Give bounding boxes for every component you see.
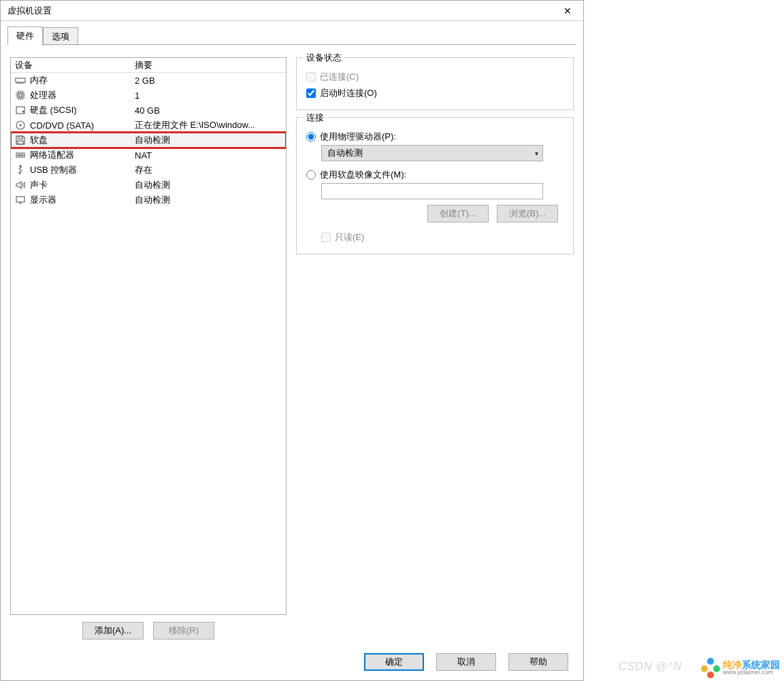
close-button[interactable]: ✕ (552, 1, 583, 21)
hardware-row[interactable]: CD/DVD (SATA)正在使用文件 E:\ISO\window... (11, 118, 286, 133)
device-cell: 处理器 (15, 89, 135, 101)
device-name: 声卡 (30, 179, 48, 191)
hardware-row[interactable]: 软盘自动检测 (11, 133, 286, 148)
device-summary: 自动检测 (135, 194, 282, 206)
brand-name: 纯净系统家园 (723, 660, 780, 669)
hardware-row[interactable]: 内存2 GB (11, 73, 286, 88)
tab-hardware[interactable]: 硬件 (7, 27, 43, 46)
device-cell: 网络适配器 (15, 149, 135, 161)
right-panel: 设备状态 已连接(C) 启动时连接(O) 连接 使用物理驱动器(P): (296, 57, 574, 644)
cpu-icon (15, 90, 26, 101)
device-name: 网络适配器 (30, 149, 74, 161)
floppy-icon (15, 135, 26, 146)
image-path-wrap (321, 183, 564, 199)
ok-button[interactable]: 确定 (364, 653, 424, 671)
device-summary: NAT (135, 150, 282, 161)
browse-button[interactable]: 浏览(B)... (497, 205, 558, 222)
svg-point-12 (22, 154, 23, 156)
connect-at-poweron-checkbox[interactable] (306, 88, 316, 98)
svg-point-6 (20, 124, 22, 127)
use-image-row: 使用软盘映像文件(M): (306, 167, 564, 183)
dialog-footer: 确定 取消 帮助 (1, 646, 583, 680)
hardware-row[interactable]: 显示器自动检测 (11, 193, 286, 207)
hardware-list-header: 设备 摘要 (11, 58, 286, 73)
brand-text: 纯净系统家园 www.yidaimei.com (723, 660, 780, 676)
window-title: 虚拟机设置 (7, 5, 52, 17)
watermark-csdn: CSDN @^N (619, 661, 682, 673)
device-name: 内存 (30, 74, 48, 86)
hardware-row[interactable]: 声卡自动检测 (11, 178, 286, 193)
device-summary: 自动检测 (135, 179, 282, 191)
svg-point-11 (20, 154, 21, 156)
read-only-row: 只读(E) (321, 229, 564, 246)
display-icon (15, 195, 26, 205)
physical-drive-select[interactable]: 自动检测 ▾ (321, 145, 543, 161)
network-icon (15, 150, 26, 161)
memory-icon (15, 75, 26, 86)
brand-name-b: 系统家园 (742, 659, 780, 670)
hardware-row[interactable]: 硬盘 (SCSI)40 GB (11, 103, 286, 118)
close-icon: ✕ (564, 6, 572, 16)
sound-icon (15, 180, 26, 190)
svg-rect-14 (16, 197, 24, 202)
device-status-group: 设备状态 已连接(C) 启动时连接(O) (296, 57, 574, 110)
svg-point-13 (20, 165, 21, 167)
connected-label: 已连接(C) (320, 71, 359, 83)
device-name: 软盘 (30, 134, 48, 146)
device-cell: CD/DVD (SATA) (15, 120, 135, 131)
use-physical-radio[interactable] (306, 132, 316, 142)
tab-options[interactable]: 选项 (43, 27, 78, 46)
physical-drive-value: 自动检测 (327, 147, 363, 159)
device-summary: 正在使用文件 E:\ISO\window... (135, 119, 282, 131)
col-header-summary: 摘要 (135, 59, 282, 71)
add-button[interactable]: 添加(A)... (82, 622, 144, 640)
help-button[interactable]: 帮助 (508, 653, 568, 671)
connect-at-poweron-label: 启动时连接(O) (320, 87, 377, 99)
device-cell: USB 控制器 (15, 164, 135, 176)
connection-group: 连接 使用物理驱动器(P): 自动检测 ▾ 使用软盘映像文件(M): (296, 117, 574, 254)
svg-point-4 (22, 111, 24, 112)
connected-checkbox[interactable] (306, 72, 316, 82)
hardware-list: 设备 摘要 内存2 GB处理器1硬盘 (SCSI)40 GBCD/DVD (SA… (10, 57, 287, 615)
svg-point-10 (18, 154, 19, 156)
connect-at-poweron-row: 启动时连接(O) (306, 85, 564, 101)
hardware-row[interactable]: USB 控制器存在 (11, 163, 286, 178)
read-only-checkbox[interactable] (321, 233, 331, 242)
use-physical-row: 使用物理驱动器(P): (306, 129, 564, 145)
cancel-button[interactable]: 取消 (436, 653, 496, 671)
tab-strip: 硬件 选项 (1, 21, 583, 45)
create-button[interactable]: 创建(T)... (427, 205, 489, 222)
device-name: USB 控制器 (30, 164, 77, 176)
device-cell: 硬盘 (SCSI) (15, 104, 135, 116)
device-summary: 40 GB (135, 105, 282, 116)
watermark-brand: 纯净系统家园 www.yidaimei.com (701, 658, 780, 677)
titlebar: 虚拟机设置 ✕ (1, 1, 583, 21)
device-status-legend: 设备状态 (304, 52, 344, 64)
svg-rect-2 (19, 94, 22, 97)
disc-icon (15, 120, 26, 131)
device-cell: 声卡 (15, 179, 135, 191)
use-image-radio[interactable] (306, 170, 316, 180)
image-path-input[interactable] (321, 183, 543, 199)
remove-button[interactable]: 移除(R) (153, 622, 214, 640)
use-image-label: 使用软盘映像文件(M): (320, 169, 406, 181)
svg-rect-1 (18, 93, 23, 98)
hardware-row[interactable]: 网络适配器NAT (11, 148, 286, 163)
image-buttons: 创建(T)... 浏览(B)... (321, 205, 558, 222)
device-cell: 内存 (15, 74, 135, 86)
device-cell: 软盘 (15, 134, 135, 146)
hardware-rows: 内存2 GB处理器1硬盘 (SCSI)40 GBCD/DVD (SATA)正在使… (11, 73, 286, 207)
device-summary: 2 GB (135, 76, 282, 86)
usb-icon (15, 165, 26, 176)
device-summary: 自动检测 (135, 134, 282, 146)
device-name: CD/DVD (SATA) (30, 120, 94, 131)
brand-logo-icon (701, 658, 720, 677)
dialog-body: 设备 摘要 内存2 GB处理器1硬盘 (SCSI)40 GBCD/DVD (SA… (1, 45, 583, 646)
hardware-row[interactable]: 处理器1 (11, 88, 286, 103)
use-physical-label: 使用物理驱动器(P): (320, 131, 396, 143)
svg-rect-7 (18, 136, 22, 139)
read-only-label: 只读(E) (335, 231, 364, 244)
device-summary: 1 (135, 90, 282, 101)
svg-point-5 (16, 121, 24, 129)
col-header-device: 设备 (15, 59, 135, 71)
